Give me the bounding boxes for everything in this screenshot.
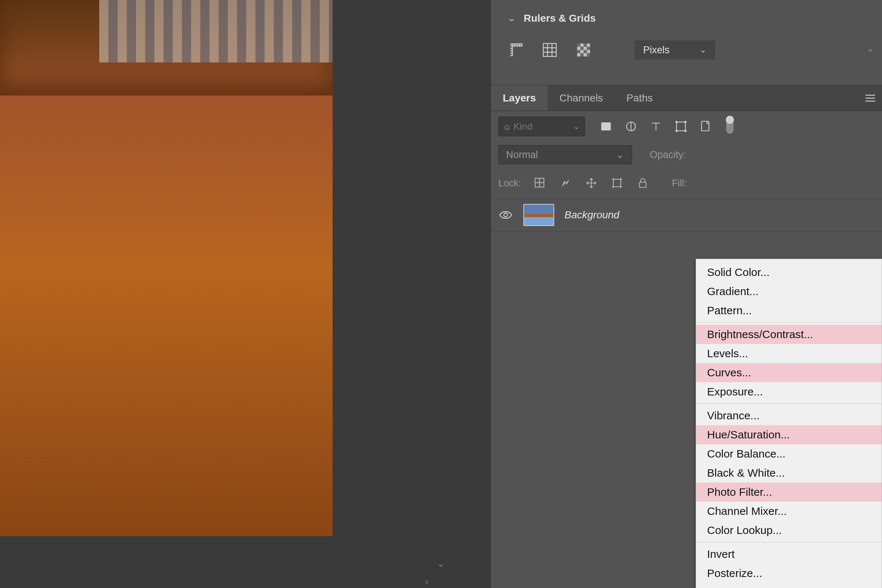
menu-item-threshold[interactable]: Threshold... xyxy=(696,583,882,588)
svg-rect-22 xyxy=(584,50,587,53)
layer-filter-row: ⌕ ⌄ xyxy=(491,111,882,142)
svg-rect-15 xyxy=(587,44,590,46)
svg-point-49 xyxy=(504,213,507,217)
adjustment-layer-menu: Solid Color...Gradient...Pattern...Brigh… xyxy=(696,259,882,588)
layer-filter-icons xyxy=(599,119,734,134)
tab-layers[interactable]: Layers xyxy=(491,85,548,111)
svg-rect-38 xyxy=(702,121,709,131)
opacity-label: Opacity: xyxy=(650,149,686,160)
svg-rect-42 xyxy=(540,183,544,187)
panel-menu-icon[interactable] xyxy=(858,85,882,111)
layer-filter-kind[interactable]: ⌕ ⌄ xyxy=(498,117,585,136)
vertical-scrollbar[interactable]: ⌄ xyxy=(435,0,446,573)
svg-rect-23 xyxy=(587,50,590,53)
svg-rect-12 xyxy=(577,44,580,46)
menu-item-color-lookup[interactable]: Color Lookup... xyxy=(696,521,882,540)
rulers-grids-header[interactable]: ⌄ Rulers & Grids xyxy=(507,11,866,26)
menu-item-curves[interactable]: Curves... xyxy=(696,363,882,382)
svg-rect-26 xyxy=(584,53,587,57)
filter-toggle[interactable] xyxy=(726,119,734,134)
panels-column: ⌄ Rulers & Grids Pixels ⌄ xyxy=(491,0,882,588)
svg-rect-24 xyxy=(577,53,580,57)
svg-rect-19 xyxy=(587,46,590,50)
menu-item-hue-saturation[interactable]: Hue/Saturation... xyxy=(696,425,882,444)
layers-panel: Layers Channels Paths ⌕ ⌄ xyxy=(491,85,882,588)
menu-item-invert[interactable]: Invert xyxy=(696,544,882,564)
fill-label: Fill: xyxy=(672,177,687,189)
ruler-icon[interactable] xyxy=(507,41,525,59)
ruler-units-select[interactable]: Pixels ⌄ xyxy=(634,40,715,60)
menu-item-levels[interactable]: Levels... xyxy=(696,344,882,363)
menu-item-brightness-contrast[interactable]: Brightness/Contrast... xyxy=(696,325,882,344)
menu-item-exposure[interactable]: Exposure... xyxy=(696,382,882,401)
svg-rect-21 xyxy=(580,50,584,53)
blend-mode-value: Normal xyxy=(506,149,538,160)
svg-rect-25 xyxy=(580,53,584,57)
panel-tabs: Layers Channels Paths xyxy=(491,85,882,111)
rulers-grids-title: Rulers & Grids xyxy=(524,12,596,24)
grid-icon[interactable] xyxy=(541,41,559,59)
svg-rect-41 xyxy=(535,183,540,187)
filter-adjustment-icon[interactable] xyxy=(624,119,638,134)
lock-image-icon[interactable] xyxy=(559,176,573,190)
svg-rect-20 xyxy=(577,50,580,53)
layer-filter-input[interactable] xyxy=(513,121,560,132)
svg-rect-13 xyxy=(580,44,584,46)
menu-item-vibrance[interactable]: Vibrance... xyxy=(696,406,882,425)
svg-rect-16 xyxy=(577,46,580,50)
svg-rect-40 xyxy=(540,178,544,183)
chevron-down-icon: ⌄ xyxy=(573,122,579,131)
lock-position-icon[interactable] xyxy=(584,176,598,190)
horizontal-scrollbar[interactable]: › xyxy=(0,575,435,588)
rulers-grids-toolbar: Pixels ⌄ xyxy=(507,40,866,60)
scroll-down-icon: ⌄ xyxy=(437,559,445,569)
ruler-units-value: Pixels xyxy=(643,45,670,56)
chevron-down-icon: ⌄ xyxy=(616,149,624,160)
chevron-down-icon[interactable]: ⌄ xyxy=(867,44,874,54)
menu-item-channel-mixer[interactable]: Channel Mixer... xyxy=(696,502,882,521)
menu-item-photo-filter[interactable]: Photo Filter... xyxy=(696,483,882,502)
tab-paths[interactable]: Paths xyxy=(615,85,665,111)
filter-smartobject-icon[interactable] xyxy=(699,119,713,134)
menu-item-pattern[interactable]: Pattern... xyxy=(696,301,882,320)
menu-item-black-white[interactable]: Black & White... xyxy=(696,464,882,483)
transparency-grid-icon[interactable] xyxy=(575,41,592,59)
lock-artboard-icon[interactable] xyxy=(610,176,624,190)
blend-mode-select[interactable]: Normal ⌄ xyxy=(498,145,632,164)
rulers-grids-panel: ⌄ Rulers & Grids Pixels ⌄ xyxy=(491,0,882,85)
menu-separator xyxy=(696,322,882,322)
layer-row-background[interactable]: Background xyxy=(491,198,882,231)
svg-rect-48 xyxy=(639,182,646,188)
svg-rect-7 xyxy=(543,44,556,56)
menu-separator xyxy=(696,404,882,404)
lock-all-icon[interactable] xyxy=(636,176,650,190)
svg-rect-33 xyxy=(676,122,686,131)
svg-rect-14 xyxy=(584,44,587,46)
scroll-right-icon: › xyxy=(425,577,428,587)
filter-shape-icon[interactable] xyxy=(674,119,688,134)
lock-transparency-icon[interactable] xyxy=(533,176,547,190)
svg-rect-27 xyxy=(587,53,590,57)
menu-item-solid-color[interactable]: Solid Color... xyxy=(696,263,882,282)
lock-fill-row: Lock: Fill: xyxy=(491,168,882,198)
lock-label: Lock: xyxy=(498,177,521,189)
chevron-down-icon: ⌄ xyxy=(507,14,516,22)
menu-item-color-balance[interactable]: Color Balance... xyxy=(696,444,882,464)
tab-channels[interactable]: Channels xyxy=(548,85,615,111)
visibility-eye-icon[interactable] xyxy=(498,208,513,222)
svg-rect-31 xyxy=(601,122,611,130)
chevron-down-icon: ⌄ xyxy=(700,45,706,55)
blend-opacity-row: Normal ⌄ Opacity: xyxy=(491,142,882,168)
canvas-area: ⌄ › xyxy=(0,0,491,588)
svg-rect-17 xyxy=(580,46,584,50)
menu-item-gradient[interactable]: Gradient... xyxy=(696,282,882,301)
layer-name: Background xyxy=(564,209,619,221)
svg-rect-39 xyxy=(535,178,540,183)
svg-rect-18 xyxy=(584,46,587,50)
filter-type-icon[interactable] xyxy=(649,119,663,134)
menu-item-posterize[interactable]: Posterize... xyxy=(696,564,882,583)
layer-thumbnail[interactable] xyxy=(524,204,554,226)
filter-pixel-icon[interactable] xyxy=(599,119,613,134)
svg-rect-43 xyxy=(614,179,621,187)
document-image[interactable] xyxy=(0,0,333,536)
